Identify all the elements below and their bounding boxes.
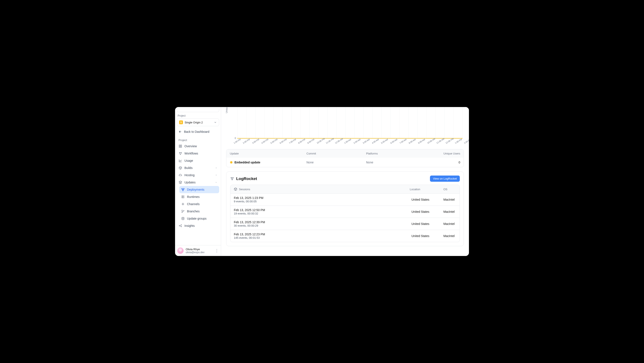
session-time: Feb 13, 2025 1:23 PM	[234, 196, 412, 200]
session-meta: 9 events, 00:00:05	[234, 200, 412, 203]
chart-tick: 11:00 AM	[436, 137, 445, 144]
chart-tick: 1:00 AM	[344, 138, 352, 144]
session-location: United States	[412, 234, 444, 238]
update-row[interactable]: Embedded update None None 0	[226, 158, 464, 167]
sidebar: Project S Single Origin 2 Back to Dashbo…	[175, 107, 221, 256]
chart-tick: 7:00 PM	[288, 138, 296, 144]
svg-point-5	[179, 152, 180, 153]
search-input-clipped[interactable]	[177, 109, 219, 112]
session-meta: 19 events, 00:00:32	[234, 212, 412, 215]
svg-point-15	[182, 197, 182, 198]
nav-deployments-label: Deployments	[187, 188, 204, 191]
chart-tick: 9:00 AM	[418, 138, 426, 144]
svg-point-16	[182, 204, 183, 204]
chart-tick: 1:00 PM	[233, 138, 241, 144]
session-os: MacIntel	[444, 198, 456, 201]
logrocket-card: LogRocket View on LogRocket Sessions Loc…	[226, 171, 464, 246]
col-commit: Commit	[306, 152, 366, 155]
nav-deployments[interactable]: Deployments	[179, 186, 219, 193]
nav-runtimes[interactable]: Runtimes	[179, 193, 219, 200]
update-name: Embedded update	[234, 161, 260, 164]
git-branch-icon	[181, 209, 185, 213]
project-badge: S	[179, 120, 183, 124]
session-location: United States	[412, 210, 444, 213]
session-row[interactable]: Feb 13, 2025 12:39 PM30 events, 00:00:29…	[230, 218, 460, 230]
col-os: OS	[444, 188, 456, 191]
col-location: Location	[410, 188, 442, 191]
nav-overview-label: Overview	[184, 144, 197, 148]
svg-rect-2	[180, 145, 182, 146]
main-content: Unique 0 1:00 PM2:00 PM3:00 PM4:00 PM5:0…	[221, 107, 469, 256]
svg-point-6	[181, 152, 182, 153]
chart-tick: 6:00 PM	[279, 138, 287, 144]
col-platforms: Platforms	[366, 152, 435, 155]
nav-workflows[interactable]: Workflows	[177, 150, 219, 157]
project-selector[interactable]: S Single Origin 2	[177, 118, 219, 126]
nav-insights-label: Insights	[184, 224, 195, 227]
nav-branches[interactable]: Branches	[179, 208, 219, 215]
nav-runtimes-label: Runtimes	[187, 195, 200, 199]
chart-tick: 3:00 PM	[252, 138, 260, 144]
chart-tick: 3:00 AM	[362, 138, 370, 144]
chart-tick: 1:00 PM	[454, 138, 462, 144]
chart-tick: 2:00 AM	[353, 138, 361, 144]
logrocket-title: LogRocket	[236, 176, 428, 181]
user-menu-button[interactable]: ⋮	[215, 249, 219, 253]
session-row[interactable]: Feb 13, 2025 12:23 PM145 events, 00:01:5…	[230, 230, 460, 242]
server-icon	[181, 195, 185, 199]
app-window: Project S Single Origin 2 Back to Dashbo…	[175, 107, 469, 256]
user-name: Olivia Rhye	[186, 248, 213, 251]
view-on-logrocket-button[interactable]: View on LogRocket	[430, 176, 460, 182]
svg-point-21	[179, 226, 180, 226]
nav-hosting-label: Hosting	[184, 173, 194, 177]
session-time: Feb 13, 2025 12:39 PM	[234, 220, 412, 224]
chart-icon	[178, 159, 182, 163]
user-avatar[interactable]	[177, 248, 184, 254]
nav-updates[interactable]: Updates	[177, 179, 219, 186]
session-row[interactable]: Feb 13, 2025 1:23 PM9 events, 00:00:05Un…	[230, 193, 460, 206]
nav-builds-label: Builds	[184, 166, 192, 170]
svg-point-23	[181, 226, 182, 227]
nav-branches-label: Branches	[187, 210, 200, 213]
workflow-icon	[178, 151, 182, 155]
nav-channels[interactable]: Channels	[179, 200, 219, 208]
back-label: Back to Dashboard	[184, 130, 209, 133]
nav-builds[interactable]: Builds	[177, 164, 219, 171]
cube-icon	[234, 187, 237, 191]
insights-icon	[178, 224, 182, 228]
svg-rect-11	[182, 190, 183, 191]
arrow-left-icon	[178, 130, 182, 133]
nav-usage[interactable]: Usage	[177, 157, 219, 164]
svg-marker-8	[179, 181, 182, 182]
section-project-label: Project	[177, 137, 219, 143]
session-row[interactable]: Feb 13, 2025 12:50 PM19 events, 00:00:32…	[230, 206, 460, 218]
deployments-icon	[181, 188, 185, 192]
nav-hosting[interactable]: Hosting	[177, 171, 219, 179]
svg-rect-12	[182, 196, 184, 197]
project-name: Single Origin 2	[185, 121, 212, 124]
col-sessions: Sessions	[239, 188, 250, 191]
svg-point-17	[182, 210, 182, 211]
chart-tick: 10:00 AM	[427, 137, 436, 144]
chart-tick: 8:00 AM	[408, 138, 416, 144]
svg-rect-13	[182, 197, 184, 198]
session-time: Feb 13, 2025 12:50 PM	[234, 208, 412, 212]
svg-rect-4	[180, 146, 182, 147]
nav-usage-label: Usage	[184, 159, 193, 162]
chart-tick: 6:00 AM	[390, 138, 398, 144]
back-to-dashboard[interactable]: Back to Dashboard	[177, 128, 219, 136]
chart-tick: 5:00 AM	[381, 138, 389, 144]
svg-point-24	[231, 177, 232, 178]
nav-insights[interactable]: Insights	[177, 222, 219, 229]
unique-users-chart: Unique 0 1:00 PM2:00 PM3:00 PM4:00 PM5:0…	[226, 107, 464, 147]
nav-update-groups[interactable]: Update groups	[179, 215, 219, 222]
chart-tick: 9:00 PM	[307, 138, 315, 144]
update-status-dot	[230, 161, 233, 164]
svg-point-22	[181, 225, 182, 225]
chevron-right-icon	[215, 174, 218, 176]
svg-point-14	[182, 196, 182, 196]
nav-overview[interactable]: Overview	[177, 143, 219, 150]
session-location: United States	[412, 222, 444, 226]
chart-tick: 2:00 PM	[242, 138, 250, 144]
chart-tick: 4:00 PM	[261, 138, 269, 144]
